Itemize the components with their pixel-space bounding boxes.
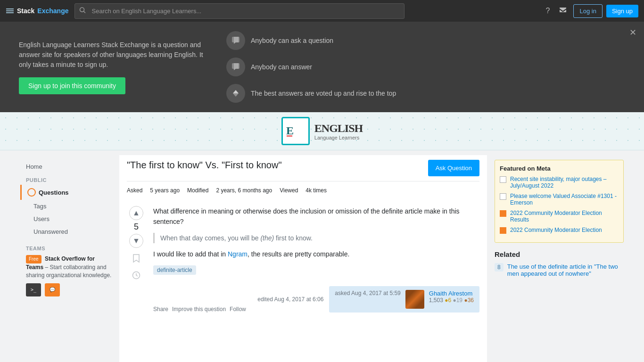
blockquote-italic: (the) xyxy=(260,234,274,242)
history-button[interactable] xyxy=(132,271,140,282)
meta-link-2[interactable]: 2022 Community Moderator Election Result… xyxy=(510,210,619,223)
featured-meta-box: Featured on Meta Recent site instability… xyxy=(495,160,624,243)
badge-silver: ●19 xyxy=(453,297,462,304)
logo-stack: Stack xyxy=(17,7,34,15)
featured-meta-item-1: Please welcome Valued Associate #1301 - … xyxy=(500,193,619,206)
body-p2-post: , the results are pretty comparable. xyxy=(248,250,349,258)
search-bar xyxy=(74,3,405,19)
meta-icon-3 xyxy=(500,227,506,234)
sidebar-item-unanswered[interactable]: Unanswered xyxy=(20,225,119,238)
question-body-p1: What difference in meaning or otherwise … xyxy=(153,206,479,227)
site-logo[interactable]: E ENGLISH Language Learners xyxy=(281,117,363,145)
vote-count: 5 xyxy=(134,222,139,232)
meta-icon-0 xyxy=(500,176,506,183)
right-sidebar: Featured on Meta Recent site instability… xyxy=(487,155,624,362)
feature-vote-label: The best answers are voted up and rise t… xyxy=(251,90,396,97)
badge-bronze: ●36 xyxy=(464,297,474,304)
meta-link-0[interactable]: Recent site instability, major outages –… xyxy=(510,176,619,189)
meta-asked-label: Asked xyxy=(127,187,142,194)
teams-icons: >_ 💬 xyxy=(26,283,114,296)
bookmark-button[interactable] xyxy=(132,254,140,265)
related-item-0: 8 The use of the definite article in "Th… xyxy=(495,263,624,277)
questions-globe-icon xyxy=(27,188,36,197)
improve-link[interactable]: Improve this question xyxy=(172,306,226,313)
vote-down-button[interactable]: ▼ xyxy=(129,234,143,248)
question-edit-user: edited Aug 4, 2017 at 6:06 asked Aug 4, … xyxy=(257,286,479,313)
svg-line-4 xyxy=(83,11,85,13)
sidebar-section-public: PUBLIC xyxy=(20,173,119,185)
topnav-right: ? Log in Sign up xyxy=(543,3,638,18)
tag-definite-article[interactable]: definite-article xyxy=(153,265,196,275)
teams-free-badge: Free xyxy=(26,255,41,263)
vote-icon xyxy=(226,84,245,103)
user-name[interactable]: Ghaith Alrestom xyxy=(429,290,474,297)
question-actions: Share Improve this question Follow xyxy=(153,306,246,313)
question-text: What difference in meaning or otherwise … xyxy=(153,206,479,313)
meta-link-1[interactable]: Please welcome Valued Associate #1301 - … xyxy=(510,193,619,206)
feature-ask-label: Anybody can ask a question xyxy=(251,37,333,44)
ngram-link[interactable]: Ngram xyxy=(228,250,248,258)
share-link[interactable]: Share xyxy=(153,306,168,313)
site-header: E ENGLISH Language Learners xyxy=(0,112,644,150)
ask-question-button[interactable]: Ask Question xyxy=(428,160,479,176)
meta-asked-val: 5 years ago xyxy=(150,187,180,194)
vote-up-button[interactable]: ▲ xyxy=(129,206,143,220)
user-avatar xyxy=(405,290,424,309)
teams-description: Free Stack Overflow for Teams – Start co… xyxy=(26,255,114,280)
question-body-p2: I would like to add that in Ngram, the r… xyxy=(153,249,479,259)
user-info: Ghaith Alrestom 1,503 ●6 ●19 ●36 xyxy=(429,290,474,304)
svg-text:E: E xyxy=(286,124,294,137)
meta-link-3[interactable]: 2022 Community Moderator Election xyxy=(510,227,602,233)
meta-modified-val: 2 years, 6 months ago xyxy=(216,187,272,194)
related-link-0[interactable]: The use of the definite article in "The … xyxy=(507,263,624,277)
asked-by-text: asked Aug 4, 2017 at 5:59 xyxy=(335,290,400,296)
teams-chat-icon: 💬 xyxy=(45,283,60,296)
meta-icon-2 xyxy=(500,210,506,217)
svg-rect-0 xyxy=(6,12,14,13)
inbox-button[interactable] xyxy=(556,3,570,18)
search-input[interactable] xyxy=(74,3,405,19)
login-button[interactable]: Log in xyxy=(573,4,602,18)
teams-section: TEAMS Free Stack Overflow for Teams – St… xyxy=(20,246,119,296)
svg-marker-7 xyxy=(233,90,239,93)
questions-label: Questions xyxy=(39,189,69,196)
teams-terminal-icon: >_ xyxy=(26,283,41,296)
question-body: ▲ 5 ▼ What difference in meaning or othe… xyxy=(127,201,479,317)
join-community-button[interactable]: Sign up to join this community xyxy=(19,77,125,94)
teams-header: TEAMS xyxy=(26,246,114,251)
follow-link[interactable]: Follow xyxy=(230,306,246,313)
site-name: ENGLISH xyxy=(314,122,363,135)
featured-meta-item-0: Recent site instability, major outages –… xyxy=(500,176,619,189)
user-rep-val: 1,503 xyxy=(429,297,443,304)
body-p2-pre: I would like to add that in xyxy=(153,250,228,258)
banner-close-button[interactable]: ✕ xyxy=(629,27,636,38)
question-header: "The first to know" Vs. "First to know" … xyxy=(127,160,479,181)
top-nav: StackExchange ? Log in Sign up xyxy=(0,0,644,22)
sidebar-item-tags[interactable]: Tags xyxy=(20,200,119,213)
logo-exchange: Exchange xyxy=(37,7,68,15)
site-logo-link[interactable]: StackExchange xyxy=(6,7,69,15)
ask-icon xyxy=(226,31,245,50)
vote-controls: ▲ 5 ▼ xyxy=(127,206,146,313)
question-title: "The first to know" Vs. "First to know" xyxy=(127,160,282,171)
badge-bronze-count: 36 xyxy=(468,297,474,304)
question-blockquote: When that day comes, you will be (the) f… xyxy=(153,233,479,243)
stackexchange-logo-icon xyxy=(6,7,14,15)
signup-button[interactable]: Sign up xyxy=(606,5,638,17)
related-box: Related 8 The use of the definite articl… xyxy=(495,250,624,277)
feature-answer: Anybody can answer xyxy=(226,58,415,76)
sidebar-item-questions[interactable]: Questions xyxy=(20,185,119,200)
main-content: "The first to know" Vs. "First to know" … xyxy=(119,155,487,362)
user-rep: 1,503 ●6 ●19 ●36 xyxy=(429,297,474,304)
featured-meta-item-3: 2022 Community Moderator Election xyxy=(500,227,619,234)
site-logo-img: E xyxy=(281,117,310,145)
sidebar-item-home[interactable]: Home xyxy=(20,160,119,173)
svg-point-3 xyxy=(80,8,84,12)
sidebar-item-users[interactable]: Users xyxy=(20,213,119,225)
meta-modified-label: Modified xyxy=(187,187,208,194)
left-sidebar: Home PUBLIC Questions Tags Users Unanswe… xyxy=(20,155,119,362)
question-footer: Share Improve this question Follow edite… xyxy=(153,282,479,313)
feature-vote: The best answers are voted up and rise t… xyxy=(226,84,415,103)
help-button[interactable]: ? xyxy=(543,4,553,18)
site-subtitle: Language Learners xyxy=(314,135,363,140)
